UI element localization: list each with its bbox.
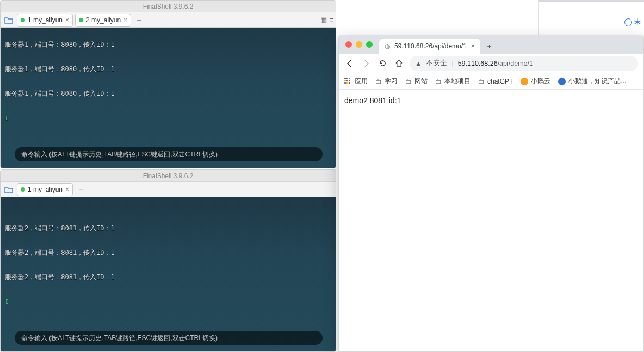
bookmark-chatgpt[interactable]: 🗀chatGPT	[478, 78, 513, 85]
page-body-text: demo2 8081 id:1	[344, 96, 401, 105]
tab-1-my-aliyun[interactable]: 1 my_aliyun ×	[17, 14, 73, 27]
terminal-cursor: ▯	[5, 114, 115, 121]
warning-triangle-icon: ▲	[415, 60, 422, 67]
url-host: 59.110.68.26	[458, 60, 498, 67]
cloud-badge-text: 未	[634, 17, 641, 27]
site-icon	[558, 78, 566, 85]
insecure-label: 不安全	[426, 59, 447, 68]
status-dot-icon	[79, 18, 83, 22]
bookmark-label: 应用	[355, 77, 368, 86]
bookmark-label: 本地项目	[444, 77, 470, 86]
terminal-line: 服务器2，端口号：8081，传入ID：1	[5, 273, 115, 282]
separator: |	[451, 60, 453, 67]
browser-tab-active[interactable]: ◍ 59.110.68.26/api/demo/1 ×	[379, 39, 480, 54]
finalshell-window-1: FinalShell 3.9.6.2 1 my_aliyun × 2 my_al…	[0, 0, 336, 168]
url-path: /api/demo/1	[498, 60, 533, 67]
window-title: FinalShell 3.9.6.2	[1, 170, 336, 182]
window-title: FinalShell 3.9.6.2	[1, 1, 336, 12]
folder-icon: 🗀	[435, 78, 442, 85]
bookmark-xiaoetong[interactable]: 小鹅通，知识产品...	[558, 77, 626, 86]
tab-label: 1 my_aliyun	[28, 16, 63, 24]
bookmark-xiaoeyun[interactable]: 小鹅云	[521, 77, 550, 86]
finalshell-window-2: FinalShell 3.9.6.2 1 my_aliyun × ＋ 服务器2，…	[0, 169, 336, 352]
bookmarks-bar: 应用 🗀学习 🗀网站 🗀本地项目 🗀chatGPT 小鹅云 小鹅通，知识产品..…	[339, 73, 643, 90]
terminal-line: 服务器2，端口号：8081，传入ID：1	[5, 224, 115, 233]
bookmark-study[interactable]: 🗀学习	[375, 77, 398, 86]
open-folder-icon[interactable]	[3, 14, 15, 26]
bookmark-label: 小鹅通，知识产品...	[568, 77, 626, 86]
bookmark-label: 学习	[385, 77, 398, 86]
maximize-window-icon[interactable]	[366, 41, 373, 48]
forward-button[interactable]	[361, 58, 371, 69]
cloud-sync-badge: 未	[624, 17, 641, 27]
terminal-output[interactable]: 服务器1，端口号：8080，传入ID：1 服务器1，端口号：8080，传入ID：…	[1, 28, 336, 168]
browser-tab-title: 59.110.68.26/api/demo/1	[394, 42, 467, 50]
close-window-icon[interactable]	[345, 41, 352, 48]
reload-button[interactable]	[377, 58, 388, 69]
browser-window: ◍ 59.110.68.26/api/demo/1 × ＋ ▲ 不安全 | 59…	[338, 35, 644, 352]
terminal-output[interactable]: 服务器2，端口号：8081，传入ID：1 服务器2，端口号：8081，传入ID：…	[1, 197, 336, 352]
add-tab-button[interactable]: ＋	[75, 184, 86, 195]
bookmark-sites[interactable]: 🗀网站	[405, 77, 428, 86]
command-input[interactable]: 命令输入 (按ALT键提示历史,TAB键路径,ESC键返回,双击CTRL切换)	[15, 331, 323, 345]
bookmark-local[interactable]: 🗀本地项目	[435, 77, 470, 86]
cloud-icon	[624, 18, 632, 26]
view-mode-toggles: ▦ ≡	[320, 16, 333, 24]
add-tab-button[interactable]: ＋	[133, 15, 144, 26]
minimize-window-icon[interactable]	[356, 41, 362, 48]
command-input[interactable]: 命令输入 (按ALT键提示历史,TAB键路径,ESC键返回,双击CTRL切换)	[15, 147, 323, 161]
window-traffic-lights	[342, 35, 376, 54]
terminal-line: 服务器1，端口号：8080，传入ID：1	[5, 89, 115, 98]
tab-1-my-aliyun[interactable]: 1 my_aliyun ×	[17, 183, 73, 196]
terminal-line: 服务器1，端口号：8080，传入ID：1	[5, 65, 115, 74]
address-bar[interactable]: ▲ 不安全 | 59.110.68.26/api/demo/1	[410, 56, 638, 71]
terminal-cursor: ▯	[5, 297, 115, 305]
folder-icon: 🗀	[375, 78, 382, 85]
tab-2-my-aliyun[interactable]: 2 my_aliyun ×	[75, 14, 131, 27]
tab-bar: 1 my_aliyun × ＋	[1, 182, 336, 197]
status-dot-icon	[21, 187, 25, 192]
terminal-lines: 服务器1，端口号：8080，传入ID：1 服务器1，端口号：8080，传入ID：…	[5, 25, 115, 136]
site-icon	[521, 78, 528, 85]
bookmark-label: 小鹅云	[531, 77, 550, 86]
background-window-sliver: 未	[538, 0, 644, 35]
apps-grid-icon	[344, 78, 352, 85]
terminal-line: 服务器2，端口号：8081，传入ID：1	[5, 248, 115, 257]
back-button[interactable]	[344, 58, 355, 69]
bookmark-label: chatGPT	[487, 78, 513, 85]
folder-icon: 🗀	[478, 78, 485, 85]
bookmark-label: 网站	[414, 77, 428, 86]
terminal-lines: 服务器2，端口号：8081，传入ID：1 服务器2，端口号：8081，传入ID：…	[5, 209, 115, 320]
globe-icon: ◍	[385, 42, 390, 50]
tab-label: 2 my_aliyun	[86, 16, 121, 24]
close-icon[interactable]: ×	[65, 16, 69, 24]
status-dot-icon	[21, 18, 25, 22]
browser-toolbar: ▲ 不安全 | 59.110.68.26/api/demo/1	[339, 54, 643, 73]
browser-tab-bar: ◍ 59.110.68.26/api/demo/1 × ＋	[339, 35, 643, 54]
close-icon[interactable]: ×	[65, 186, 69, 193]
close-icon[interactable]: ×	[471, 42, 475, 50]
list-view-icon[interactable]: ≡	[329, 16, 333, 24]
folder-icon: 🗀	[405, 78, 412, 85]
tab-label: 1 my_aliyun	[28, 186, 63, 193]
url-text: 59.110.68.26/api/demo/1	[458, 60, 533, 67]
new-tab-button[interactable]: ＋	[484, 40, 496, 52]
bookmark-apps[interactable]: 应用	[344, 77, 368, 86]
open-folder-icon[interactable]	[3, 184, 15, 196]
home-button[interactable]	[393, 58, 404, 69]
page-content: demo2 8081 id:1	[339, 90, 643, 111]
terminal-line: 服务器1，端口号：8080，传入ID：1	[5, 40, 115, 49]
close-icon[interactable]: ×	[123, 16, 127, 24]
grid-view-icon[interactable]: ▦	[320, 16, 327, 24]
